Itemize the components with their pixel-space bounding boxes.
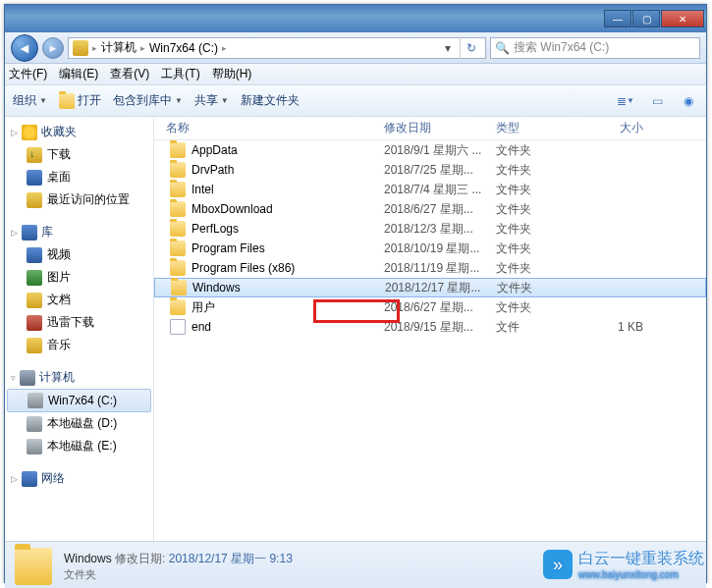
star-icon (22, 125, 37, 140)
sidebar-item-recent[interactable]: 最近访问的位置 (5, 188, 153, 211)
file-name: end (192, 320, 211, 334)
menu-view[interactable]: 查看(V) (110, 66, 149, 82)
file-row[interactable]: MboxDownload2018/6/27 星期...文件夹 (154, 199, 706, 219)
watermark-icon: » (543, 550, 573, 579)
sidebar-item-downloads[interactable]: 下载 (5, 143, 153, 166)
breadcrumb-computer[interactable]: 计算机 (101, 39, 137, 56)
file-row[interactable]: Program Files2018/10/19 星期...文件夹 (154, 239, 706, 258)
column-date[interactable]: 修改日期 (384, 120, 496, 136)
file-name: 用户 (192, 299, 215, 316)
sidebar-item-desktop[interactable]: 桌面 (5, 166, 153, 188)
favorites-header[interactable]: ▷收藏夹 (5, 121, 153, 143)
file-row[interactable]: AppData2018/9/1 星期六 ...文件夹 (154, 140, 706, 160)
file-row[interactable]: PerfLogs2018/12/3 星期...文件夹 (154, 219, 706, 239)
file-date: 2018/10/19 星期... (384, 241, 496, 257)
new-folder-button[interactable]: 新建文件夹 (241, 92, 300, 109)
file-size: 1 KB (565, 320, 663, 334)
file-date: 2018/6/27 星期... (384, 299, 496, 316)
computer-icon (20, 370, 35, 386)
column-headers: 名称 修改日期 类型 大小 (154, 117, 706, 140)
recent-icon (27, 192, 42, 208)
view-options-icon[interactable]: ≣ ▼ (616, 92, 635, 110)
file-date: 2018/7/25 星期... (384, 162, 496, 179)
forward-button[interactable]: ► (42, 37, 64, 59)
folder-icon (170, 221, 186, 237)
network-header[interactable]: ▷网络 (5, 467, 153, 490)
drive-icon (27, 439, 42, 454)
folder-icon (170, 162, 186, 178)
chevron-down-icon: ▼ (221, 96, 229, 105)
include-library-button[interactable]: 包含到库中▼ (113, 92, 183, 109)
column-size[interactable]: 大小 (565, 120, 663, 136)
toolbar: 组织▼ 打开 包含到库中▼ 共享▼ 新建文件夹 ≣ ▼ ▭ ◉ (5, 85, 706, 117)
expand-icon: ▷ (11, 474, 18, 484)
file-row[interactable]: Intel2018/7/4 星期三 ...文件夹 (154, 180, 706, 199)
menu-edit[interactable]: 编辑(E) (59, 66, 98, 82)
computer-header[interactable]: ▿计算机 (5, 366, 153, 389)
picture-icon (27, 270, 42, 286)
file-name: DrvPath (192, 163, 234, 177)
expand-icon: ▷ (11, 228, 18, 238)
status-type: 文件夹 (64, 567, 293, 582)
drive-icon (27, 416, 42, 432)
address-bar[interactable]: ▸ 计算机 ▸ Win7x64 (C:) ▸ ▾ ↻ (68, 37, 486, 59)
folder-icon (170, 241, 186, 256)
refresh-icon[interactable]: ↻ (460, 37, 481, 59)
share-button[interactable]: 共享▼ (194, 92, 229, 109)
sidebar-item-xunlei[interactable]: 迅雷下载 (5, 311, 153, 334)
column-type[interactable]: 类型 (496, 120, 565, 136)
watermark: » 白云一键重装系统 www.baiyunxitong.com (543, 549, 704, 580)
sidebar-item-drive-e[interactable]: 本地磁盘 (E:) (5, 435, 153, 457)
file-row[interactable]: DrvPath2018/7/25 星期...文件夹 (154, 160, 706, 180)
file-type: 文件夹 (496, 221, 565, 238)
menu-tools[interactable]: 工具(T) (161, 66, 199, 82)
libraries-header[interactable]: ▷库 (5, 221, 153, 243)
preview-pane-icon[interactable]: ▭ (647, 92, 667, 110)
file-type: 文件夹 (496, 162, 565, 179)
file-type: 文件 (496, 319, 565, 336)
maximize-button[interactable]: ▢ (632, 10, 660, 27)
sidebar-item-drive-d[interactable]: 本地磁盘 (D:) (5, 412, 153, 435)
organize-button[interactable]: 组织▼ (13, 92, 47, 109)
file-row[interactable]: Program Files (x86)2018/11/19 星期...文件夹 (154, 258, 706, 278)
navbar: ◄ ► ▸ 计算机 ▸ Win7x64 (C:) ▸ ▾ ↻ 🔍 搜索 Win7… (5, 32, 706, 64)
search-icon: 🔍 (495, 41, 510, 55)
minimize-button[interactable]: — (604, 10, 631, 27)
chevron-down-icon: ▼ (175, 96, 183, 105)
sidebar-item-music[interactable]: 音乐 (5, 334, 153, 356)
file-row[interactable]: Windows2018/12/17 星期...文件夹 (154, 278, 706, 297)
breadcrumb-drive[interactable]: Win7x64 (C:) (149, 41, 218, 55)
back-button[interactable]: ◄ (11, 34, 38, 62)
search-placeholder: 搜索 Win7x64 (C:) (514, 39, 609, 56)
file-name: MboxDownload (192, 202, 273, 216)
content-area: ▷收藏夹 下载 桌面 最近访问的位置 ▷库 视频 图片 文档 迅雷下载 音乐 ▿… (5, 117, 706, 541)
help-icon[interactable]: ◉ (679, 92, 698, 110)
titlebar[interactable]: — ▢ ✕ (5, 5, 706, 32)
xunlei-icon (27, 315, 42, 331)
menu-file[interactable]: 文件(F) (9, 66, 47, 82)
file-row[interactable]: end2018/9/15 星期...文件1 KB (154, 317, 706, 337)
file-name: AppData (192, 143, 238, 157)
folder-icon (170, 260, 186, 276)
menu-help[interactable]: 帮助(H) (212, 66, 252, 82)
close-button[interactable]: ✕ (661, 10, 704, 27)
download-icon (27, 147, 42, 163)
file-name: Intel (192, 183, 214, 196)
address-dropdown-icon[interactable]: ▾ (440, 41, 456, 55)
sidebar-item-pictures[interactable]: 图片 (5, 266, 153, 289)
sidebar-item-drive-c[interactable]: Win7x64 (C:) (7, 389, 151, 412)
column-name[interactable]: 名称 (154, 120, 384, 136)
folder-icon (170, 182, 186, 197)
folder-icon (170, 201, 186, 217)
open-button[interactable]: 打开 (59, 92, 101, 109)
sidebar-item-documents[interactable]: 文档 (5, 289, 153, 311)
search-input[interactable]: 🔍 搜索 Win7x64 (C:) (490, 37, 700, 59)
file-type: 文件夹 (496, 241, 565, 257)
video-icon (27, 247, 42, 263)
file-name: Program Files (192, 241, 265, 255)
chevron-down-icon: ▼ (39, 96, 47, 105)
chevron-right-icon: ▸ (222, 43, 227, 53)
file-row[interactable]: 用户2018/6/27 星期...文件夹 (154, 297, 706, 317)
folder-icon (170, 299, 186, 315)
sidebar-item-video[interactable]: 视频 (5, 243, 153, 266)
